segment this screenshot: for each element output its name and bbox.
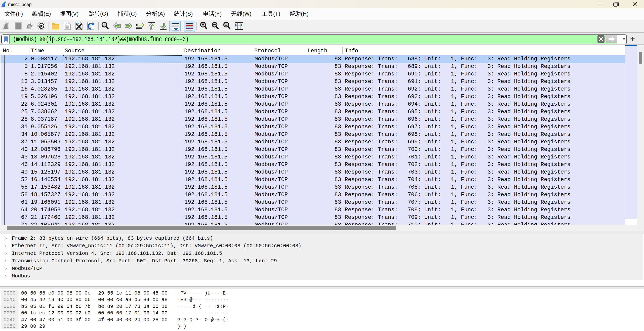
svg-text:110: 110 [89,26,93,28]
svg-text:0111: 0111 [65,28,69,30]
